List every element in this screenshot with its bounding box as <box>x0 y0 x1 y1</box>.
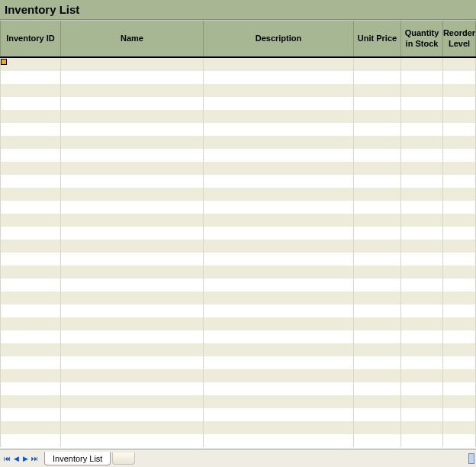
cell[interactable] <box>354 71 401 84</box>
table-row[interactable] <box>0 382 476 395</box>
cell[interactable] <box>354 84 401 97</box>
cell[interactable] <box>354 175 401 188</box>
cell[interactable] <box>0 421 61 434</box>
cell[interactable] <box>354 162 401 175</box>
cell[interactable] <box>61 343 204 356</box>
cell[interactable] <box>354 356 401 369</box>
cell[interactable] <box>204 408 354 421</box>
table-row[interactable] <box>0 149 476 162</box>
cell[interactable] <box>61 395 204 408</box>
table-row[interactable] <box>0 188 476 201</box>
cell[interactable] <box>61 253 204 266</box>
cell[interactable] <box>61 240 204 253</box>
table-row[interactable] <box>0 227 476 240</box>
cell[interactable] <box>61 291 204 304</box>
cell[interactable] <box>401 162 443 175</box>
table-row[interactable] <box>0 408 476 421</box>
cell[interactable] <box>443 110 476 123</box>
cell[interactable] <box>443 253 476 266</box>
cell[interactable] <box>204 369 354 382</box>
cell[interactable] <box>204 382 354 395</box>
cell[interactable] <box>443 123 476 136</box>
cell[interactable] <box>443 175 476 188</box>
cell[interactable] <box>354 343 401 356</box>
cell[interactable] <box>354 291 401 304</box>
cell[interactable] <box>401 253 443 266</box>
cell[interactable] <box>443 421 476 434</box>
cell[interactable] <box>443 71 476 84</box>
cell[interactable] <box>354 304 401 317</box>
cell[interactable] <box>401 214 443 227</box>
cell[interactable] <box>401 266 443 279</box>
table-row[interactable] <box>0 317 476 330</box>
cell[interactable] <box>0 330 61 343</box>
cell[interactable] <box>354 253 401 266</box>
cell[interactable] <box>401 136 443 149</box>
sheet-tab-active[interactable]: Inventory List <box>44 452 111 465</box>
cell[interactable] <box>0 84 61 97</box>
cell[interactable] <box>61 110 204 123</box>
table-row[interactable] <box>0 123 476 136</box>
cell[interactable] <box>354 266 401 279</box>
cell[interactable] <box>204 188 354 201</box>
cell[interactable] <box>443 356 476 369</box>
cell[interactable] <box>354 317 401 330</box>
cell[interactable] <box>61 97 204 110</box>
cell[interactable] <box>354 201 401 214</box>
cell[interactable] <box>401 71 443 84</box>
table-row[interactable] <box>0 136 476 149</box>
nav-prev-icon[interactable]: ◀ <box>12 454 20 463</box>
table-row[interactable] <box>0 266 476 279</box>
cell[interactable] <box>61 84 204 97</box>
cell[interactable] <box>204 266 354 279</box>
cell[interactable] <box>0 356 61 369</box>
cell[interactable] <box>354 240 401 253</box>
nav-first-icon[interactable]: ⏮ <box>3 454 11 463</box>
cell[interactable] <box>443 136 476 149</box>
table-row[interactable] <box>0 304 476 317</box>
col-header-qty-stock[interactable]: Quantity in Stock <box>401 21 443 56</box>
cell[interactable] <box>443 330 476 343</box>
table-row[interactable] <box>0 97 476 110</box>
cell[interactable] <box>61 149 204 162</box>
cell[interactable] <box>204 317 354 330</box>
cell[interactable] <box>401 175 443 188</box>
cell[interactable] <box>443 291 476 304</box>
cell[interactable] <box>61 304 204 317</box>
table-body[interactable] <box>0 58 476 447</box>
cell[interactable] <box>401 382 443 395</box>
table-row[interactable] <box>0 253 476 266</box>
cell[interactable] <box>354 110 401 123</box>
cell[interactable] <box>443 279 476 291</box>
cell[interactable] <box>401 434 443 447</box>
cell[interactable] <box>61 71 204 84</box>
col-header-description[interactable]: Description <box>204 21 354 56</box>
cell[interactable] <box>0 136 61 149</box>
table-row[interactable] <box>0 369 476 382</box>
cell[interactable] <box>401 330 443 343</box>
cell[interactable] <box>204 279 354 291</box>
col-header-reorder[interactable]: Reorder Level <box>443 21 476 56</box>
cell[interactable] <box>401 58 443 71</box>
cell[interactable] <box>0 434 61 447</box>
cell[interactable] <box>0 188 61 201</box>
cell[interactable] <box>0 395 61 408</box>
table-row[interactable] <box>0 175 476 188</box>
hscroll-right-cap[interactable] <box>468 453 474 464</box>
cell[interactable] <box>354 123 401 136</box>
cell[interactable] <box>61 201 204 214</box>
cell[interactable] <box>204 227 354 240</box>
cell[interactable] <box>354 382 401 395</box>
cell[interactable] <box>204 162 354 175</box>
cell[interactable] <box>443 434 476 447</box>
cell[interactable] <box>204 149 354 162</box>
table-row[interactable] <box>0 330 476 343</box>
cell[interactable] <box>204 291 354 304</box>
cell[interactable] <box>0 317 61 330</box>
cell[interactable] <box>0 123 61 136</box>
cell[interactable] <box>354 136 401 149</box>
cell[interactable] <box>61 356 204 369</box>
cell[interactable] <box>401 408 443 421</box>
cell[interactable] <box>61 434 204 447</box>
cell[interactable] <box>204 253 354 266</box>
